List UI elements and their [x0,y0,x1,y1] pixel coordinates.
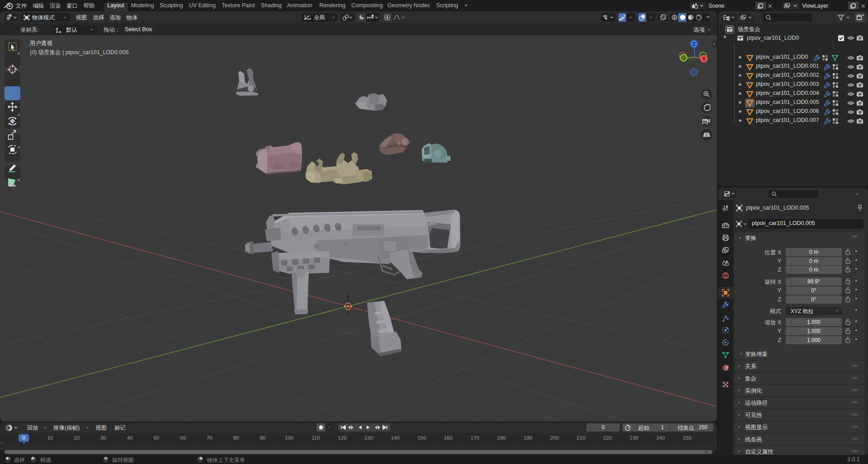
svg-text:Z: Z [693,42,695,47]
svg-text:X: X [703,56,706,61]
